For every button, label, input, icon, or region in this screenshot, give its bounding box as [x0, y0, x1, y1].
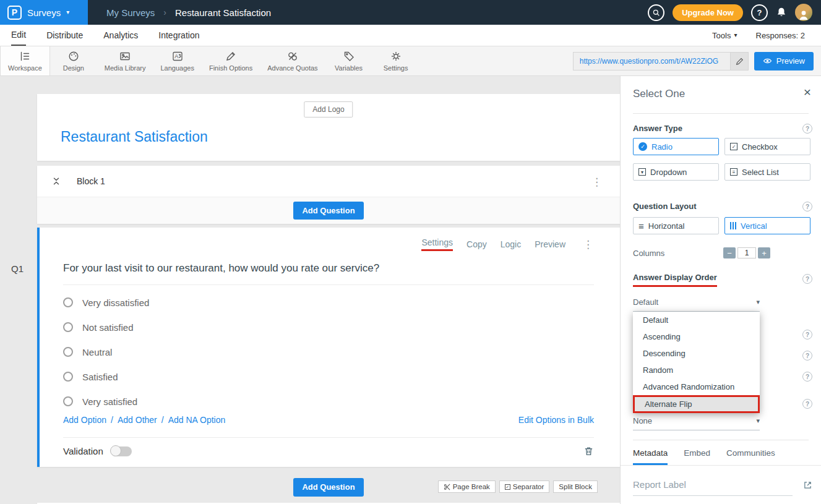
question-action-copy[interactable]: Copy	[466, 239, 487, 249]
answer-option-row[interactable]: Neutral	[63, 340, 594, 364]
question-layout-label: Question Layout	[633, 202, 697, 211]
radio-button-icon[interactable]	[63, 396, 73, 406]
menu-item-advanced-randomization[interactable]: Advanced Randomization	[633, 378, 760, 395]
question-circle-icon[interactable]: ?	[802, 399, 812, 409]
toolbar-workspace[interactable]: Workspace	[0, 46, 50, 75]
question-circle-icon[interactable]: ?	[802, 330, 812, 340]
preview-button[interactable]: Preview	[754, 52, 814, 70]
tab-embed[interactable]: Embed	[684, 448, 710, 465]
answer-type-radio[interactable]: ✓Radio	[633, 138, 719, 155]
columns-stepper: − 1 +	[723, 247, 770, 258]
chevron-down-icon: ▾	[66, 9, 69, 15]
breadcrumb-current: Restaurant Satisfaction	[175, 7, 271, 18]
question-action-preview[interactable]: Preview	[535, 239, 565, 249]
add-option-link[interactable]: Add Option	[63, 415, 106, 425]
answer-option-row[interactable]: Very dissatisfied	[63, 290, 594, 315]
upgrade-now-button[interactable]: Upgrade Now	[673, 4, 743, 21]
separator-button[interactable]: ✓ Separator	[499, 481, 550, 493]
notifications-bell-icon[interactable]	[776, 7, 787, 18]
quotas-icon	[286, 50, 299, 62]
checkbox-icon: ✓	[730, 143, 737, 150]
link-separator: /	[161, 415, 164, 425]
none-select[interactable]: None ▾	[633, 416, 760, 430]
page-break-button[interactable]: Page Break	[438, 481, 496, 493]
tab-distribute[interactable]: Distribute	[46, 25, 83, 46]
help-icon[interactable]: ?	[751, 4, 768, 21]
split-block-button[interactable]: Split Block	[553, 481, 598, 493]
tools-menu[interactable]: Tools▾	[712, 31, 737, 40]
validation-toggle[interactable]	[111, 446, 132, 456]
tab-metadata[interactable]: Metadata	[633, 448, 668, 465]
survey-title[interactable]: Restaurant Satisfaction	[61, 129, 208, 145]
minus-button[interactable]: −	[723, 247, 736, 258]
survey-url-input[interactable]: https://www.questionpro.com/t/AW22ZiOG	[573, 52, 731, 70]
radio-button-icon[interactable]	[63, 322, 73, 332]
breadcrumb-my-surveys[interactable]: My Surveys	[106, 7, 155, 18]
report-label-field[interactable]: Report Label	[633, 479, 793, 496]
collapse-block-icon[interactable]	[52, 177, 61, 186]
responses-count[interactable]: Responses: 2	[756, 31, 806, 40]
answer-type-checkbox[interactable]: ✓Checkbox	[724, 138, 810, 155]
toolbar-variables[interactable]: Variables	[325, 46, 372, 75]
radio-button-icon[interactable]	[63, 347, 73, 357]
tab-edit[interactable]: Edit	[11, 25, 26, 46]
questionpro-logo: P	[7, 6, 22, 20]
question-circle-icon[interactable]: ?	[802, 274, 812, 284]
answer-type-select-list[interactable]: ≡Select List	[724, 163, 810, 181]
tab-analytics[interactable]: Analytics	[103, 25, 138, 46]
surveys-menu[interactable]: P Surveys ▾	[0, 0, 88, 25]
toolbar-settings[interactable]: Settings	[372, 46, 419, 75]
answer-option-row[interactable]: Satisfied	[63, 364, 594, 389]
avatar[interactable]	[795, 4, 812, 21]
layout-horizontal[interactable]: ≡Horizontal	[633, 217, 719, 234]
pencil-icon	[225, 50, 237, 62]
toolbar-finish-options[interactable]: Finish Options	[202, 46, 260, 75]
menu-item-alternate-flip[interactable]: Alternate Flip	[633, 395, 760, 413]
question-circle-icon[interactable]: ?	[802, 372, 812, 382]
columns-value[interactable]: 1	[737, 247, 756, 258]
question-action-settings[interactable]: Settings	[421, 237, 453, 251]
answer-display-order-select[interactable]: Default ▾	[633, 297, 760, 312]
radio-button-icon[interactable]	[63, 297, 73, 307]
question-text[interactable]: For your last visit to our restaurant, h…	[63, 262, 594, 275]
add-question-button-bottom[interactable]: Add Question	[293, 478, 363, 497]
toolbar-advance-quotas[interactable]: Advance Quotas	[260, 46, 325, 75]
menu-item-ascending[interactable]: Ascending	[633, 328, 760, 345]
tab-communities[interactable]: Communities	[726, 448, 775, 465]
question-circle-icon[interactable]: ?	[802, 124, 812, 134]
question-circle-icon[interactable]: ?	[802, 351, 812, 361]
toolbar-design[interactable]: Design	[50, 46, 97, 75]
menu-item-default[interactable]: Default	[633, 312, 760, 328]
chevron-down-icon: ▾	[756, 298, 760, 306]
add-question-button-top[interactable]: Add Question	[293, 202, 363, 220]
divider	[633, 113, 809, 114]
block-title[interactable]: Block 1	[77, 176, 105, 186]
survey-canvas: Q1 Add Logo Restaurant Satisfaction Bloc…	[0, 76, 620, 504]
question-circle-icon[interactable]: ?	[802, 202, 812, 211]
add-logo-button[interactable]: Add Logo	[304, 101, 353, 117]
external-link-icon[interactable]	[803, 481, 812, 490]
answer-option-row[interactable]: Very satisfied	[63, 389, 594, 414]
toolbar-languages[interactable]: A Languages	[153, 46, 201, 75]
block-menu-icon[interactable]: ⋮	[591, 176, 603, 189]
trash-icon[interactable]	[583, 446, 594, 456]
plus-button[interactable]: +	[758, 247, 770, 258]
add-other-link[interactable]: Add Other	[118, 415, 157, 425]
question-menu-icon[interactable]: ⋮	[583, 238, 594, 251]
radio-button-icon[interactable]	[63, 372, 73, 382]
add-na-option-link[interactable]: Add NA Option	[168, 415, 226, 425]
menu-item-descending[interactable]: Descending	[633, 345, 760, 362]
menu-item-random[interactable]: Random	[633, 362, 760, 378]
tab-integration[interactable]: Integration	[158, 25, 199, 46]
answer-option-row[interactable]: Not satisfied	[63, 315, 594, 340]
close-icon[interactable]: ×	[804, 85, 811, 100]
edit-options-in-bulk-link[interactable]: Edit Options in Bulk	[518, 415, 594, 425]
edit-url-pencil-icon[interactable]	[730, 52, 749, 70]
horizontal-lines-icon: ≡	[638, 221, 644, 231]
layout-vertical[interactable]: Vertical	[724, 217, 810, 234]
toolbar-media-library[interactable]: Media Library	[97, 46, 153, 75]
answer-type-dropdown[interactable]: ▾Dropdown	[633, 163, 719, 181]
question-action-logic[interactable]: Logic	[501, 239, 521, 249]
top-bar: P Surveys ▾ My Surveys › Restaurant Sati…	[0, 0, 821, 25]
search-icon[interactable]	[648, 4, 664, 21]
